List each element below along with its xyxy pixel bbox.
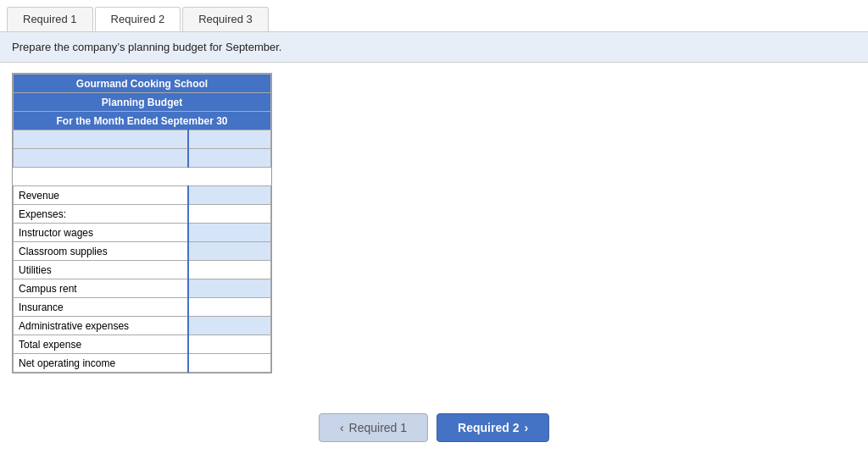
row-label <box>14 130 188 149</box>
table-row <box>14 130 271 149</box>
tabs-bar: Required 1 Required 2 Required 3 <box>0 0 868 32</box>
tab-required1[interactable]: Required 1 <box>7 7 93 31</box>
next-label: Required 2 <box>458 421 519 434</box>
row-value <box>188 298 271 317</box>
row-value <box>188 242 271 261</box>
row-value <box>188 335 271 354</box>
table-row: Administrative expenses <box>14 317 271 335</box>
row-value <box>188 261 271 279</box>
row-value <box>188 317 271 335</box>
row-label: Administrative expenses <box>14 317 188 335</box>
table-row: Instructor wages <box>14 224 271 242</box>
next-arrow: › <box>524 421 528 434</box>
next-button[interactable]: Required 2 › <box>437 413 549 442</box>
value-input[interactable] <box>194 246 265 257</box>
instruction-bar: Prepare the company’s planning budget fo… <box>0 32 868 63</box>
row-label: Instructor wages <box>14 224 188 242</box>
value-input[interactable] <box>194 152 265 164</box>
value-input[interactable] <box>194 283 265 295</box>
table-row: Campus rent <box>14 279 271 298</box>
instruction-text: Prepare the company’s planning budget fo… <box>12 41 281 53</box>
row-value <box>188 205 271 224</box>
row-label: Expenses: <box>14 205 188 224</box>
row-value <box>188 224 271 242</box>
row-label: Utilities <box>14 261 188 279</box>
budget-title2: Planning Budget <box>14 93 271 112</box>
row-label: Revenue <box>14 186 188 205</box>
tab-required3[interactable]: Required 3 <box>182 7 269 31</box>
value-input[interactable] <box>194 227 265 239</box>
table-row <box>14 149 271 168</box>
value-input[interactable] <box>194 190 265 202</box>
row-value <box>188 186 271 205</box>
main-content: Gourmand Cooking School Planning Budget … <box>0 63 868 386</box>
budget-title3: For the Month Ended September 30 <box>14 112 271 130</box>
label-input[interactable] <box>19 152 182 164</box>
table-row: Utilities <box>14 261 271 279</box>
nav-buttons: ‹ Required 1 Required 2 › <box>319 413 549 442</box>
prev-button[interactable]: ‹ Required 1 <box>319 413 428 442</box>
row-value <box>188 354 271 373</box>
table-row: Revenue <box>14 186 271 205</box>
table-row: Expenses: <box>14 205 271 224</box>
row-label: Campus rent <box>14 279 188 298</box>
budget-wrapper: Gourmand Cooking School Planning Budget … <box>12 73 272 373</box>
budget-title1: Gourmand Cooking School <box>14 75 271 93</box>
prev-arrow: ‹ <box>340 421 344 434</box>
row-value <box>188 279 271 298</box>
tab-required2[interactable]: Required 2 <box>95 7 181 31</box>
table-row: Insurance <box>14 298 271 317</box>
row-label: Classroom supplies <box>14 242 188 261</box>
row-value <box>188 130 271 149</box>
row-label: Net operating income <box>14 354 188 373</box>
table-row: Classroom supplies <box>14 242 271 261</box>
prev-label: Required 1 <box>349 421 408 434</box>
table-row: Total expense <box>14 335 271 354</box>
table-row: Net operating income <box>14 354 271 373</box>
row-label <box>14 149 188 168</box>
budget-table: Gourmand Cooking School Planning Budget … <box>13 74 271 373</box>
row-label: Total expense <box>14 335 188 354</box>
row-label: Insurance <box>14 298 188 317</box>
label-input[interactable] <box>19 134 182 146</box>
value-input[interactable] <box>194 320 265 332</box>
row-value <box>188 149 271 168</box>
value-input[interactable] <box>194 134 265 146</box>
